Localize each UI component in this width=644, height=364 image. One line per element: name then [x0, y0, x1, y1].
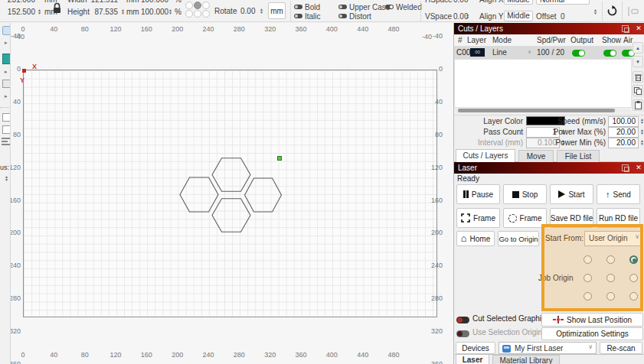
distort-toggle[interactable]: [338, 14, 347, 18]
job-origin-radio-0[interactable]: [584, 255, 592, 264]
layer-scrollbar-track[interactable]: [456, 109, 630, 113]
copy-layer-button[interactable]: [633, 85, 643, 96]
welded-toggle[interactable]: [385, 5, 394, 9]
align-x-select[interactable]: Middle: [504, 0, 533, 5]
tab-file-list[interactable]: File List: [557, 150, 600, 162]
device-select[interactable]: My First Laser∨: [499, 342, 597, 354]
frame-square-button[interactable]: Frame: [456, 208, 500, 228]
output-toggle[interactable]: [572, 50, 585, 57]
tool-icon-fragment[interactable]: [2, 138, 10, 139]
use-selection-origin-toggle[interactable]: [456, 330, 469, 337]
anchor-dot-selected[interactable]: [194, 2, 201, 9]
cut-selected-toggle[interactable]: [456, 317, 469, 323]
pause-button[interactable]: Pause: [456, 184, 500, 204]
hspace-field[interactable]: 0.00: [453, 0, 468, 5]
tab-cuts-layers[interactable]: Cuts / Layers: [456, 149, 515, 162]
power-max-spinner[interactable]: ▲▼: [639, 126, 644, 137]
tab-material-library[interactable]: Material Library: [492, 355, 560, 364]
close-panel-icon[interactable]: ✕: [633, 162, 644, 174]
lock-aspect-icon[interactable]: [52, 2, 62, 15]
power-max-field[interactable]: 20.00: [608, 127, 639, 138]
move-layer-up-button[interactable]: ▲: [633, 42, 643, 54]
save-rd-file-button[interactable]: Save RD file: [550, 208, 593, 228]
delete-layer-button[interactable]: [633, 71, 643, 83]
hexagon-shape[interactable]: [180, 177, 218, 212]
job-origin-radio-3[interactable]: [584, 274, 592, 282]
start-button[interactable]: Start: [550, 184, 593, 204]
scale-y-field[interactable]: 100.000: [141, 7, 165, 17]
x-position-field[interactable]: 231.000: [3, 0, 35, 5]
height-field[interactable]: 87.535: [90, 7, 118, 17]
offset-spinner[interactable]: ▲▼: [592, 6, 599, 17]
align-y-select[interactable]: Middle ∨: [504, 11, 533, 21]
optimization-settings-button[interactable]: Optimization Settings: [541, 327, 643, 340]
scale-x-field[interactable]: 100.000: [141, 0, 165, 5]
tool-icon-fragment[interactable]: [2, 26, 11, 35]
anchor-dot[interactable]: [194, 10, 201, 18]
tool-icon-fragment[interactable]: [2, 54, 11, 64]
show-toggle[interactable]: [603, 50, 616, 57]
job-origin-radio-8[interactable]: [629, 292, 638, 301]
chevron-right-icon[interactable]: ▸: [5, 93, 8, 99]
offset-field[interactable]: 0: [561, 11, 565, 21]
close-panel-icon[interactable]: ✕: [633, 23, 644, 34]
chevron-down-icon[interactable]: ∨: [528, 49, 531, 55]
y-position-spinner[interactable]: ▲▼: [36, 6, 43, 17]
hexagon-shape[interactable]: [212, 158, 250, 192]
uppercase-toggle[interactable]: [338, 5, 347, 9]
tab-move[interactable]: Move: [518, 150, 554, 162]
refresh-icon[interactable]: [606, 5, 618, 17]
move-layer-down-button[interactable]: ▼: [633, 56, 643, 67]
tool-icon-fragment[interactable]: [2, 125, 11, 134]
design-canvas[interactable]: -40 -40 X Y 0040408080120120160160200200…: [11, 23, 453, 364]
job-origin-radio-4[interactable]: [606, 274, 615, 282]
anchor-dot[interactable]: [185, 2, 193, 9]
run-rd-file-button[interactable]: Run RD file: [597, 208, 640, 228]
show-last-position-button[interactable]: Show Last Position: [541, 313, 643, 327]
laser-titlebar[interactable]: Laser ✕: [454, 162, 644, 174]
power-min-field[interactable]: 20.00: [608, 138, 639, 148]
italic-toggle[interactable]: [294, 14, 302, 18]
job-origin-radio-5[interactable]: [629, 274, 638, 282]
hexagon-shapes[interactable]: [11, 23, 453, 364]
rotate-spinner[interactable]: ▲▼: [258, 5, 265, 16]
goto-origin-button[interactable]: Go to Origin: [498, 231, 539, 246]
job-origin-radio-7[interactable]: [606, 292, 615, 301]
devices-button[interactable]: Devices: [456, 342, 495, 354]
anchor-dot[interactable]: [202, 2, 210, 9]
layer-scrollbar-thumb[interactable]: [458, 109, 615, 112]
bold-toggle[interactable]: [294, 5, 302, 9]
chevron-right-icon[interactable]: ▸: [5, 40, 8, 46]
scale-y-spinner[interactable]: ▲▼: [167, 6, 174, 17]
job-origin-radio-1[interactable]: [606, 255, 615, 264]
speed-spinner[interactable]: ▲▼: [639, 115, 644, 126]
width-field[interactable]: 121.511: [90, 0, 118, 5]
job-origin-radio-6[interactable]: [584, 292, 592, 301]
chevron-right-icon[interactable]: ▸: [5, 69, 8, 75]
tool-icon-fragment[interactable]: [2, 113, 11, 122]
layer-list-area[interactable]: [454, 59, 632, 108]
speed-field[interactable]: 100.00: [608, 116, 639, 127]
paste-layer-button[interactable]: [633, 99, 643, 111]
layer-mode-select[interactable]: Line: [492, 48, 507, 57]
power-min-spinner[interactable]: ▲▼: [639, 137, 644, 148]
offset-tool-icon[interactable]: [627, 7, 640, 16]
job-origin-radio-2[interactable]: [629, 255, 638, 264]
start-from-select[interactable]: User Origin∨: [584, 231, 643, 246]
hexagon-shape[interactable]: [212, 199, 250, 232]
radius-spinner[interactable]: ▲▼: [3, 173, 10, 184]
units-button[interactable]: mm: [268, 2, 286, 19]
height-spinner[interactable]: ▲▼: [119, 6, 126, 17]
anchor-dot[interactable]: [185, 10, 193, 18]
vspace-spinner[interactable]: ▲▼: [464, 11, 471, 21]
layer-color-swatch[interactable]: 00: [470, 48, 485, 57]
anchor-dot[interactable]: [202, 10, 210, 18]
tool-icon-fragment[interactable]: [2, 80, 11, 88]
y-position-field[interactable]: 152.500: [3, 7, 35, 17]
cuts-layers-titlebar[interactable]: Cuts / Layers ✕: [454, 23, 644, 34]
frame-circle-button[interactable]: Frame: [503, 208, 547, 228]
stop-button[interactable]: Stop: [503, 184, 547, 204]
layer-row[interactable]: C00 00 Line ∨ 100 / 20: [454, 47, 632, 59]
home-button[interactable]: ⌂Home: [456, 231, 495, 246]
rotate-field[interactable]: 0.00: [240, 6, 255, 16]
